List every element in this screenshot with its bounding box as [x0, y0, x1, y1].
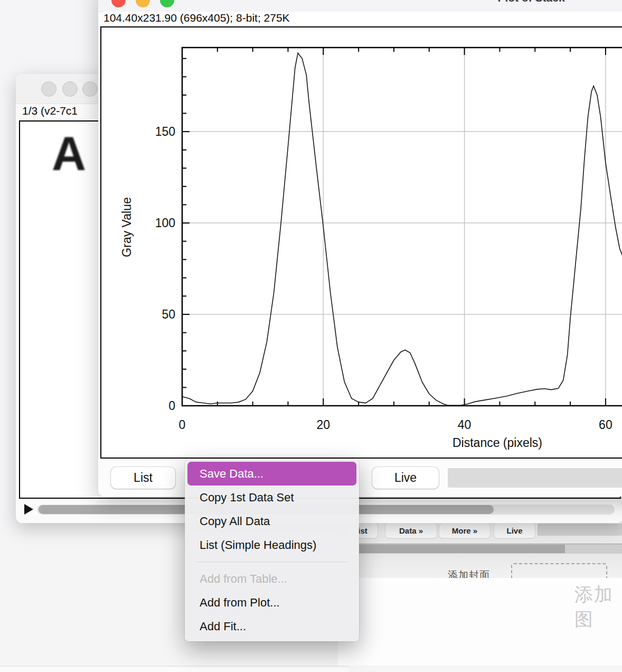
live-button[interactable]: Live [372, 467, 439, 489]
svg-text:Distance (pixels): Distance (pixels) [453, 436, 542, 450]
bg-more-button[interactable]: More » [439, 522, 491, 538]
bg-live-button[interactable]: Live [494, 522, 535, 538]
menu-item-add-fit[interactable]: Add Fit... [187, 614, 356, 638]
profile-plot: 0501001500204060Distance (pixels)Gray Va… [101, 27, 622, 455]
menu-item-list-simple-headings[interactable]: List (Simple Headings) [187, 533, 356, 557]
close-icon[interactable] [41, 81, 56, 97]
stack-image-letter: A [52, 127, 86, 181]
window-title: Plot of Stack [447, 0, 616, 4]
svg-text:100: 100 [155, 216, 175, 230]
background-app-panel: 添加图 [338, 578, 622, 666]
zoom-icon[interactable] [82, 81, 98, 97]
plot-window-titlebar[interactable]: Plot of Stack [98, 0, 622, 12]
data-context-menu: Save Data... Copy 1st Data Set Copy All … [185, 459, 359, 641]
menu-item-add-from-table: Add from Table... [187, 567, 356, 591]
minimize-icon[interactable] [62, 81, 78, 97]
background-app-toolbar: 添加封面 [338, 553, 622, 578]
add-cover-label: 添加封面 [448, 568, 490, 578]
menu-item-copy-1st-data-set[interactable]: Copy 1st Data Set [187, 486, 356, 509]
plot-canvas[interactable]: 0501001500204060Distance (pixels)Gray Va… [100, 26, 622, 459]
svg-text:0: 0 [179, 418, 186, 432]
add-image-label: 添加图 [574, 582, 622, 632]
svg-text:50: 50 [162, 307, 175, 321]
desktop: 添加封面 添加图 ist Data » More » Live 1/3 (v2-… [0, 0, 622, 672]
svg-text:20: 20 [317, 418, 331, 432]
close-icon[interactable] [111, 0, 126, 7]
svg-text:Gray Value: Gray Value [120, 197, 134, 257]
plot-info-line: 104.40x231.90 (696x405); 8-bit; 275K [103, 12, 622, 26]
menu-item-copy-all-data[interactable]: Copy All Data [187, 509, 356, 533]
plot-of-stack-window: Plot of Stack 104.40x231.90 (696x405); 8… [98, 0, 622, 497]
bg-data-button[interactable]: Data » [385, 522, 437, 538]
plot-slider-bar[interactable] [448, 468, 622, 488]
menu-separator [195, 562, 348, 562]
play-icon[interactable] [24, 504, 33, 515]
plot-button-row: List Live [98, 456, 622, 497]
list-button[interactable]: List [111, 467, 175, 489]
background-area-bottom [0, 667, 348, 672]
stack-info-line: 1/3 (v2-7c1 [22, 105, 78, 117]
menu-item-add-from-plot[interactable]: Add from Plot... [187, 591, 356, 614]
svg-text:40: 40 [458, 418, 472, 432]
svg-text:60: 60 [599, 418, 612, 432]
svg-text:150: 150 [155, 125, 175, 138]
background-plot-window-toolbar: ist Data » More » Live [338, 520, 622, 544]
bg-slider-bar[interactable] [538, 524, 622, 536]
add-cover-dropzone[interactable] [511, 563, 607, 578]
minimize-icon[interactable] [136, 0, 150, 7]
background-scrollbar[interactable] [359, 544, 622, 554]
menu-item-save-data[interactable]: Save Data... [187, 462, 356, 486]
svg-text:0: 0 [168, 399, 175, 413]
zoom-icon[interactable] [160, 0, 174, 7]
background-scrollbar-thumb[interactable] [359, 545, 565, 553]
